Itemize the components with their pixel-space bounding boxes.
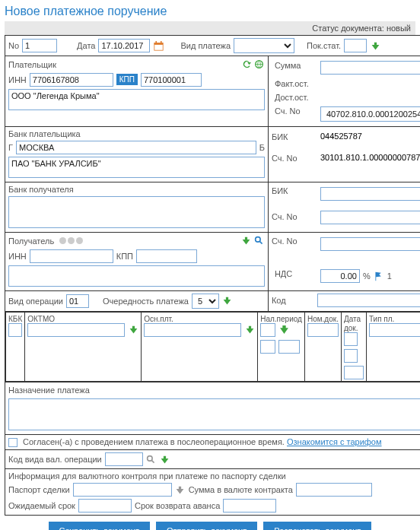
recipient-inn-input[interactable] [30,249,113,263]
recipient-bik-input[interactable] [320,187,420,201]
calendar-icon[interactable] [153,40,164,51]
valcode-input[interactable] [105,452,143,466]
print-button[interactable]: Распечатать документ [263,522,371,530]
op-type-input[interactable] [66,294,89,308]
globe-icon[interactable] [254,59,265,69]
fact-value: 0 [317,77,420,90]
dd1-input[interactable] [344,332,358,346]
recipient-acc-input[interactable] [320,237,420,251]
no-input[interactable] [22,39,57,52]
svg-rect-3 [161,41,162,43]
consent-text: Согласен(-а) с проведением платежа в пос… [23,437,285,446]
flag-icon[interactable] [374,271,384,281]
kpp-badge[interactable]: КПП [116,74,138,85]
arrow-down-icon[interactable] [128,325,138,335]
nds-label: НДС [272,267,317,285]
payment-type-select[interactable] [234,38,294,53]
search-icon[interactable] [146,454,157,465]
refresh-icon[interactable] [241,59,252,69]
button-bar: Сохранить документ Отправить документ Ра… [5,522,415,530]
payer-inn-input[interactable] [30,73,113,87]
priority-select[interactable]: 5 [192,294,219,309]
summa-input[interactable] [320,61,420,75]
pok-stat-label: Пок.стат. [307,41,341,50]
payer-kpp-input[interactable] [141,73,202,87]
dost-value: 282674.2 [317,90,420,104]
arrow-down-icon[interactable] [160,454,170,465]
payer-bik-value: 044525787 [317,129,420,144]
code-label: Код [272,296,314,305]
period2-input[interactable] [260,340,275,354]
consent-checkbox[interactable] [8,438,18,447]
recipient-inn-label: ИНН [8,252,27,261]
code-input[interactable] [317,294,420,307]
recipient-bank-label: Банк получателя [8,185,265,194]
tippl-input[interactable] [369,323,420,337]
save-button[interactable]: Сохранить документ [49,522,150,530]
recipient-kpp-input[interactable] [136,249,197,263]
arrow-down-icon[interactable] [244,325,255,335]
payer-label: Плательщик [8,60,56,69]
send-button[interactable]: Отправить документ [156,522,257,530]
dd3-input[interactable] [344,366,364,379]
payer-city-input[interactable] [16,141,256,154]
date-input[interactable] [98,39,150,52]
payer-bank-textarea[interactable]: ПАО "БАНК УРАЛСИБ" [8,157,265,178]
period3-input[interactable] [278,340,300,354]
purpose-textarea[interactable] [8,398,420,430]
nomdoc-input[interactable] [307,323,339,337]
expected-input[interactable] [78,499,132,513]
tariff-link[interactable]: Ознакомится с тарифом [287,437,382,446]
arrow-down-icon[interactable] [222,296,233,306]
fact-label: Факт.ост. [272,77,317,90]
priority-label: Очередность платежа [103,297,189,306]
recipient-name-textarea[interactable] [8,265,265,287]
contract-sum-label: Сумма в валюте контракта [189,485,293,494]
arrow-down-icon[interactable] [278,325,289,335]
passport-input[interactable] [73,483,172,497]
payer-acc-select[interactable]: 40702.810.0.00012002546 [320,106,420,122]
city-label: Г [8,143,13,152]
arrow-down-icon[interactable] [370,40,380,51]
payment-form: No Дата Вид платежа Пок.стат. Плательщик… [5,35,420,516]
page-title: Новое платежное поручение [5,5,415,18]
pok-stat-input[interactable] [344,39,367,52]
oktmo-input[interactable] [27,323,125,337]
period-label: Нал.период [260,315,302,323]
status-bar: Статус документа: новый [5,21,415,35]
dost-label: Дост.ост. [272,90,317,104]
advance-input[interactable] [223,499,276,513]
payer-bik-label: БИК [272,129,317,144]
payer-acc2-value: 30101.810.1.00000000787 [317,151,420,166]
recipient-bank-acc-input[interactable] [320,211,420,224]
arrow-down-icon[interactable] [241,235,252,246]
currency-info: Информация для валютного контроля при пл… [8,471,286,481]
recipient-label: Получатель [8,236,54,246]
arrow-down-icon[interactable] [175,484,186,495]
svg-point-8 [148,455,153,461]
payer-acc-label: Сч. No [272,104,317,124]
payer-acc2-label: Сч. No [272,151,317,166]
tippl-label: Тип пл. [369,315,394,323]
kbk-label: КБК [8,315,22,323]
advance-label: Срок возврата аванса [135,501,220,510]
dd2-input[interactable] [344,349,358,363]
payer-bank-label: Банк плательщика [8,129,265,138]
payer-name-textarea[interactable]: ООО "Легенда Крыма" [8,89,265,110]
recipient-acc-label: Сч. No [272,235,317,253]
osn-input[interactable] [144,323,241,337]
status-dots [59,237,83,244]
oktmo-label: ОКТМО [27,315,55,323]
expected-label: Ожидаемый срок [8,501,75,510]
kbk-input[interactable] [8,323,22,337]
contract-sum-input[interactable] [296,483,372,497]
osn-label: Осн.плт. [144,315,173,323]
search-icon[interactable] [254,235,265,246]
period1-input[interactable] [260,323,275,337]
recipient-bik-label: БИК [272,185,317,203]
op-type-label: Вид операции [8,297,63,306]
valcode-label: Код вида вал. операции [8,455,102,464]
nds-input[interactable] [320,269,360,283]
recipient-bank-textarea[interactable] [8,196,265,228]
purpose-label: Назначение платежа [8,386,90,395]
